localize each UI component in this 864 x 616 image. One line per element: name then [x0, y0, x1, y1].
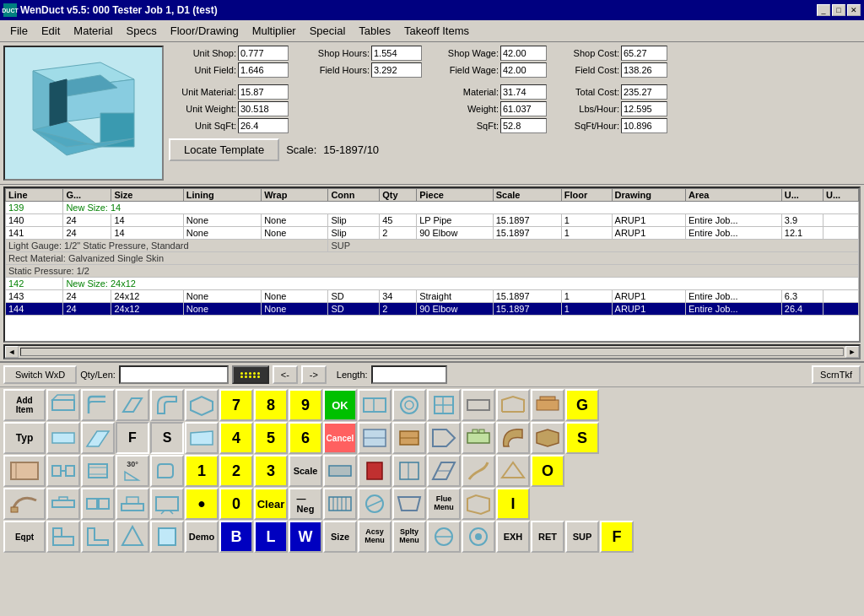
- scrntk-button[interactable]: ScrnTkf: [812, 365, 861, 384]
- menu-tables[interactable]: Tables: [352, 23, 397, 39]
- menu-specs[interactable]: Specs: [120, 23, 164, 39]
- key-B[interactable]: B: [219, 521, 253, 553]
- sup-button[interactable]: SUP: [565, 521, 599, 553]
- keypad-icon[interactable]: [232, 365, 269, 384]
- duct-icon-row3-3[interactable]: 30°: [116, 455, 149, 487]
- box-shape[interactable]: [150, 521, 184, 553]
- key-scale[interactable]: Scale: [289, 455, 322, 487]
- acsy-menu-button[interactable]: AcsyMenu: [358, 521, 392, 553]
- duct-icon-b[interactable]: [392, 389, 426, 421]
- duct-icon-row3-0[interactable]: [3, 455, 46, 487]
- right-arrow-button[interactable]: ->: [301, 365, 327, 384]
- table-row[interactable]: 1402414NoneNoneSlip45LP Pipe15.18971ARUP…: [6, 214, 859, 227]
- key-8[interactable]: 8: [254, 389, 288, 421]
- duct-icon-row3-1[interactable]: [46, 455, 80, 487]
- duct-icon-d[interactable]: [462, 389, 495, 421]
- table-row[interactable]: 1412414NoneNoneSlip290 Elbow15.18971ARUP…: [6, 227, 859, 240]
- duct-icon-c[interactable]: [427, 389, 461, 421]
- duct-shape-5[interactable]: [185, 389, 219, 421]
- duct-icon-r4b[interactable]: [358, 488, 392, 520]
- duct-icon-row4-0[interactable]: [3, 488, 46, 520]
- material-input[interactable]: [500, 84, 547, 100]
- unit-material-input[interactable]: [238, 84, 289, 100]
- shop-wage-input[interactable]: [500, 46, 547, 61]
- unit-weight-input[interactable]: [238, 101, 289, 116]
- left-arrow-button[interactable]: <-: [273, 365, 298, 384]
- lbs-hour-input[interactable]: [621, 101, 667, 116]
- key-5[interactable]: 5: [254, 422, 288, 454]
- key-o[interactable]: O: [531, 455, 564, 487]
- duct-icon-r3e[interactable]: [462, 455, 495, 487]
- duct-icon-r3b[interactable]: [358, 455, 392, 487]
- table-row[interactable]: 1432424x12NoneNoneSD34Straight15.18971AR…: [6, 290, 859, 303]
- field-hours-input[interactable]: [371, 62, 422, 78]
- l-shape-1[interactable]: [46, 521, 80, 553]
- length-input[interactable]: [371, 365, 447, 384]
- shop-cost-input[interactable]: [621, 46, 667, 61]
- key-neg[interactable]: —Neg: [289, 488, 322, 520]
- duct-icon-r3a[interactable]: [323, 455, 357, 487]
- menu-floor-drawing[interactable]: Floor/Drawing: [164, 23, 246, 39]
- key-f-yellow[interactable]: F: [600, 521, 634, 553]
- weight-input[interactable]: [500, 101, 547, 116]
- duct-icon-r2c[interactable]: [427, 422, 461, 454]
- scroll-left-btn[interactable]: ◄: [5, 346, 19, 358]
- duct-shape-r3[interactable]: [185, 422, 219, 454]
- minimize-button[interactable]: _: [817, 4, 830, 16]
- key-7[interactable]: 7: [219, 389, 253, 421]
- l-shape-2[interactable]: [81, 521, 115, 553]
- duct-icon-r2f[interactable]: [531, 422, 564, 454]
- menu-file[interactable]: File: [3, 23, 35, 39]
- key-size[interactable]: Size: [323, 521, 357, 553]
- unit-shop-input[interactable]: [238, 46, 289, 61]
- locate-template-button[interactable]: Locate Template: [169, 138, 279, 161]
- duct-shape-3[interactable]: [116, 389, 149, 421]
- table-row[interactable]: 142 New Size: 24x12: [6, 278, 859, 290]
- menu-material[interactable]: Material: [67, 23, 119, 39]
- duct-icon-r2b[interactable]: [392, 422, 426, 454]
- duct-icon-row3-2[interactable]: [81, 455, 115, 487]
- key-S[interactable]: S: [150, 422, 184, 454]
- unit-field-input[interactable]: [238, 62, 289, 78]
- duct-icon-row4-1[interactable]: [46, 488, 80, 520]
- flue-menu-button[interactable]: FlueMenu: [427, 488, 461, 520]
- table-row-selected[interactable]: 144 24 24x12 None None SD 2 90 Elbow 15.…: [6, 303, 859, 316]
- duct-icon-r2a[interactable]: [358, 422, 392, 454]
- key-1[interactable]: 1: [185, 455, 219, 487]
- menu-takeoff-items[interactable]: Takeoff Items: [397, 23, 476, 39]
- menu-edit[interactable]: Edit: [35, 23, 67, 39]
- key-6[interactable]: 6: [289, 422, 322, 454]
- maximize-button[interactable]: □: [832, 4, 845, 16]
- close-button[interactable]: ✕: [847, 4, 861, 16]
- sqft-hour-input[interactable]: [621, 118, 667, 133]
- key-L[interactable]: L: [254, 521, 288, 553]
- duct-icon-a[interactable]: [358, 389, 392, 421]
- duct-shape-r1[interactable]: [46, 422, 80, 454]
- key-W[interactable]: W: [289, 521, 322, 553]
- key-clear[interactable]: Clear: [254, 488, 288, 520]
- duct-icon-r4a[interactable]: [323, 488, 357, 520]
- scroll-right-btn[interactable]: ►: [845, 346, 859, 358]
- duct-icon-row3-4[interactable]: [150, 455, 184, 487]
- duct-icon-r3c[interactable]: [392, 455, 426, 487]
- demo-button[interactable]: Demo: [185, 521, 219, 553]
- exh-button[interactable]: EXH: [496, 521, 530, 553]
- circle-icon-1[interactable]: [427, 521, 461, 553]
- sqft-input[interactable]: [500, 118, 547, 133]
- eqpt-button[interactable]: Eqpt: [3, 521, 46, 553]
- circle-icon-2[interactable]: [462, 521, 495, 553]
- key-4[interactable]: 4: [219, 422, 253, 454]
- typ-button[interactable]: Typ: [3, 422, 46, 454]
- key-cancel[interactable]: Cancel: [323, 422, 357, 454]
- key-0[interactable]: 0: [219, 488, 253, 520]
- key-3[interactable]: 3: [254, 455, 288, 487]
- ret-button[interactable]: RET: [531, 521, 564, 553]
- duct-icon-r2d[interactable]: [462, 422, 495, 454]
- splty-menu-button[interactable]: SpltyMenu: [392, 521, 426, 553]
- key-s-yellow[interactable]: S: [565, 422, 599, 454]
- triangle-shape[interactable]: [116, 521, 149, 553]
- key-2[interactable]: 2: [219, 455, 253, 487]
- key-9[interactable]: 9: [289, 389, 322, 421]
- duct-icon-r4c[interactable]: [392, 488, 426, 520]
- duct-icon-r2e[interactable]: [496, 422, 530, 454]
